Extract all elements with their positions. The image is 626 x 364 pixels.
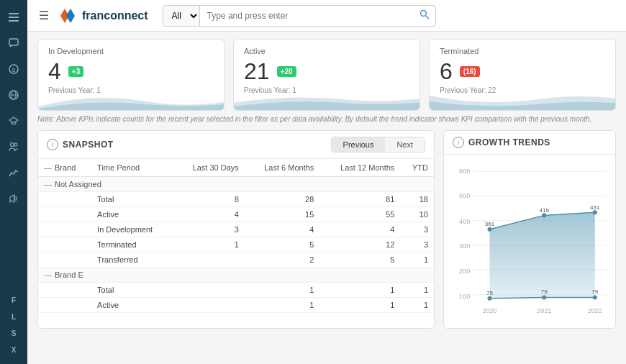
kpi-badge-active: +20 bbox=[277, 66, 296, 77]
sidebar-label-f[interactable]: F bbox=[12, 292, 16, 309]
growth-chart: 600 500 400 300 200 100 bbox=[444, 155, 615, 328]
row-l6m: 15 bbox=[245, 207, 319, 222]
snapshot-title: SNAPSHOT bbox=[63, 140, 114, 150]
kpi-value-in-development: 4 bbox=[48, 58, 61, 85]
row-label: Terminated bbox=[91, 237, 173, 252]
sidebar-icon-money[interactable]: $ bbox=[2, 58, 25, 81]
kpi-badge-terminated: (16) bbox=[460, 66, 480, 77]
col-time-period: Time Period bbox=[91, 159, 173, 177]
sidebar: $ F L S X bbox=[0, 0, 27, 364]
row-ytd: 3 bbox=[400, 237, 434, 252]
svg-marker-9 bbox=[9, 117, 18, 123]
kpi-row: In Development 4 +3 Previous Year: 1 Act… bbox=[37, 39, 616, 111]
sidebar-icon-chat[interactable] bbox=[2, 32, 25, 55]
row-label: Active bbox=[91, 207, 173, 222]
svg-text:79: 79 bbox=[541, 288, 548, 295]
sidebar-icon-hamburger[interactable] bbox=[2, 6, 25, 29]
row-ytd: 1 bbox=[400, 252, 434, 268]
hamburger-menu[interactable]: ☰ bbox=[39, 9, 49, 22]
kpi-number-row-terminated: 6 (16) bbox=[440, 58, 605, 85]
svg-point-10 bbox=[11, 143, 14, 147]
svg-text:600: 600 bbox=[459, 168, 470, 175]
sidebar-label-s[interactable]: S bbox=[12, 325, 17, 342]
tab-previous[interactable]: Previous bbox=[332, 137, 386, 152]
sidebar-label-x[interactable]: X bbox=[12, 342, 17, 358]
row-l30: 3 bbox=[173, 222, 244, 237]
kpi-title-terminated: Terminated bbox=[440, 47, 605, 55]
kpi-number-row-active: 21 +20 bbox=[244, 58, 409, 85]
search-input[interactable] bbox=[200, 11, 414, 21]
table-group-row: —Not Assigned bbox=[38, 177, 434, 192]
svg-rect-2 bbox=[9, 20, 19, 22]
row-l6m: 5 bbox=[245, 237, 319, 252]
svg-text:79: 79 bbox=[591, 288, 598, 295]
sidebar-icon-people[interactable] bbox=[2, 135, 25, 158]
row-label: Active bbox=[91, 298, 173, 313]
col-ytd: YTD bbox=[400, 159, 434, 177]
table-row: Transferred 2 5 1 bbox=[38, 252, 434, 268]
logo: franconnect bbox=[58, 6, 148, 26]
snapshot-title-area: i SNAPSHOT bbox=[47, 139, 331, 150]
svg-point-17 bbox=[420, 11, 426, 17]
kpi-value-terminated: 6 bbox=[440, 58, 453, 85]
svg-rect-0 bbox=[9, 13, 19, 14]
row-l30 bbox=[173, 252, 244, 268]
col-last-6m: Last 6 Months bbox=[245, 159, 319, 177]
row-label: In Development bbox=[91, 222, 173, 237]
search-filter[interactable]: All bbox=[163, 6, 200, 26]
row-ytd: 1 bbox=[400, 283, 434, 298]
sidebar-label-l[interactable]: L bbox=[12, 309, 16, 325]
kpi-badge-in-development: +3 bbox=[68, 66, 83, 77]
svg-text:$: $ bbox=[12, 67, 16, 73]
svg-line-18 bbox=[425, 16, 429, 19]
row-l12m: 55 bbox=[319, 207, 400, 222]
kpi-number-row-in-development: 4 +3 bbox=[48, 58, 214, 85]
table-row: In Development 3 4 4 3 bbox=[38, 222, 434, 237]
growth-panel: i GROWTH TRENDS 600 500 400 300 200 100 bbox=[443, 130, 616, 329]
row-l30: 1 bbox=[173, 237, 244, 252]
svg-text:400: 400 bbox=[459, 218, 470, 225]
svg-point-42 bbox=[593, 295, 597, 299]
kpi-title-in-development: In Development bbox=[48, 47, 214, 55]
row-l6m: 1 bbox=[245, 283, 319, 298]
row-l30 bbox=[173, 298, 244, 313]
svg-point-40 bbox=[542, 295, 546, 299]
row-ytd: 10 bbox=[400, 207, 434, 222]
search-bar: All bbox=[163, 5, 436, 27]
search-button[interactable] bbox=[414, 9, 435, 22]
row-l12m: 12 bbox=[319, 237, 400, 252]
row-ytd: 3 bbox=[400, 222, 434, 237]
row-l30: 4 bbox=[173, 207, 244, 222]
kpi-card-terminated: Terminated 6 (16) Previous Year: 22 bbox=[429, 39, 616, 111]
table-row: Total 8 28 81 18 bbox=[38, 192, 434, 207]
tab-next[interactable]: Next bbox=[385, 137, 425, 152]
kpi-note: Note: Above KPIs indicate counts for the… bbox=[37, 115, 616, 123]
row-label: Transferred bbox=[91, 252, 173, 268]
sidebar-icon-announce[interactable] bbox=[2, 187, 25, 210]
svg-text:2020: 2020 bbox=[482, 307, 496, 314]
svg-point-11 bbox=[14, 143, 17, 146]
svg-text:75: 75 bbox=[486, 290, 493, 296]
sidebar-icon-globe[interactable] bbox=[2, 83, 25, 106]
row-l12m: 81 bbox=[319, 192, 400, 207]
svg-text:200: 200 bbox=[459, 268, 470, 275]
row-l12m: 1 bbox=[319, 298, 400, 313]
growth-title: GROWTH TRENDS bbox=[468, 137, 550, 147]
sidebar-icon-graduation[interactable] bbox=[2, 109, 25, 132]
svg-point-32 bbox=[487, 227, 491, 232]
row-l6m: 1 bbox=[245, 298, 319, 313]
row-l6m: 28 bbox=[245, 192, 319, 207]
svg-text:500: 500 bbox=[459, 192, 470, 199]
row-l30 bbox=[173, 283, 244, 298]
row-l30: 8 bbox=[173, 192, 244, 207]
kpi-value-active: 21 bbox=[244, 58, 270, 85]
svg-marker-16 bbox=[66, 9, 75, 23]
table-row: Total 1 1 1 bbox=[38, 283, 434, 298]
svg-rect-3 bbox=[9, 39, 18, 45]
sidebar-icon-chart[interactable] bbox=[2, 161, 25, 184]
table-group-row: —Brand E bbox=[38, 268, 434, 283]
svg-point-34 bbox=[542, 213, 546, 217]
bottom-section: i SNAPSHOT Previous Next —Brand bbox=[37, 130, 616, 329]
row-l12m: 5 bbox=[319, 252, 400, 268]
snapshot-tabs: Previous Next bbox=[331, 137, 425, 153]
